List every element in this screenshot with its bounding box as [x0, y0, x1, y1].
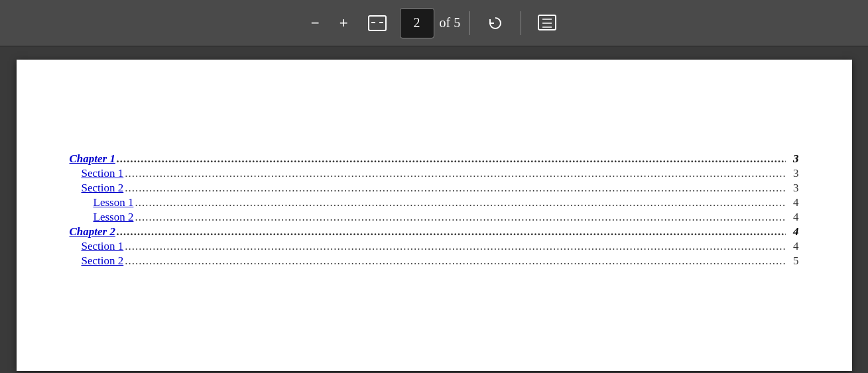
toc-entry-2: Section 2...............................… [70, 182, 799, 195]
toc-dots-7: ........................................… [123, 254, 785, 268]
zoom-out-button[interactable]: − [304, 12, 326, 34]
toolbar: − + of 5 [0, 0, 868, 46]
toc-entry-1: Section 1...............................… [70, 167, 799, 180]
toc-page-4: 4 [786, 211, 799, 224]
toc-dots-0: ........................................… [115, 152, 786, 166]
toc-dots-1: ........................................… [123, 167, 785, 180]
toc-dots-6: ........................................… [123, 240, 785, 253]
toc-entry-3: Lesson 1................................… [70, 196, 799, 209]
toc-entry-6: Section 1...............................… [70, 240, 799, 253]
toc-dots-3: ........................................… [133, 196, 785, 209]
layers-button[interactable] [530, 10, 564, 36]
history-icon [486, 14, 505, 32]
toc-entry-7: Section 2...............................… [70, 254, 799, 268]
toc-page-2: 3 [786, 182, 799, 195]
toc-label-6[interactable]: Section 1 [82, 240, 124, 253]
toc-label-1[interactable]: Section 1 [82, 167, 124, 180]
table-of-contents: Chapter 1...............................… [70, 152, 799, 268]
toc-label-4[interactable]: Lesson 2 [93, 211, 134, 224]
fit-page-button[interactable] [361, 11, 393, 35]
toc-dots-5: ........................................… [115, 225, 786, 239]
toc-page-1: 3 [786, 167, 799, 180]
toc-page-0: 3 [786, 152, 799, 166]
toc-page-6: 4 [786, 240, 799, 253]
document-page: Chapter 1...............................… [17, 60, 852, 371]
toc-entry-4: Lesson 2................................… [70, 211, 799, 224]
toc-entry-0: Chapter 1...............................… [70, 152, 799, 166]
divider-2 [521, 11, 521, 35]
toc-page-3: 4 [786, 196, 799, 209]
toc-label-3[interactable]: Lesson 1 [93, 196, 134, 209]
page-navigation: of 5 [400, 8, 461, 38]
toc-label-5[interactable]: Chapter 2 [70, 225, 115, 239]
total-pages-label: of 5 [440, 15, 461, 30]
toc-page-5: 4 [786, 225, 799, 239]
svg-rect-0 [369, 16, 386, 30]
toc-label-2[interactable]: Section 2 [82, 182, 124, 195]
page-number-input[interactable] [400, 8, 434, 38]
toc-label-0[interactable]: Chapter 1 [70, 152, 115, 166]
zoom-in-button[interactable]: + [333, 12, 355, 34]
divider-1 [469, 11, 470, 35]
toc-entry-5: Chapter 2...............................… [70, 225, 799, 239]
toc-page-7: 5 [786, 254, 799, 268]
toc-dots-2: ........................................… [123, 182, 785, 195]
document-area: Chapter 1...............................… [0, 46, 868, 373]
fit-icon [368, 15, 387, 31]
toc-label-7[interactable]: Section 2 [82, 254, 124, 268]
layers-icon [537, 14, 557, 32]
toc-dots-4: ........................................… [133, 211, 785, 224]
history-button[interactable] [479, 10, 511, 36]
